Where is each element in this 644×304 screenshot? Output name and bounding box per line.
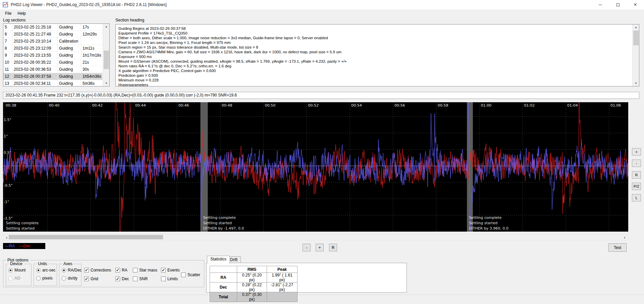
radio-label: pixels — [42, 276, 53, 281]
log-cell-num: 8 — [3, 45, 12, 52]
log-cell-ts: 2023-02-26 00:37:58 — [12, 73, 58, 80]
radio-circle-icon — [62, 276, 66, 281]
log-cell-num: 11 — [3, 66, 12, 73]
menu-help[interactable]: Help — [14, 10, 29, 16]
close-icon: × — [634, 2, 637, 7]
y-tick-label: -1" — [4, 200, 9, 204]
log-list-scrollbar[interactable]: ▲ ▼ — [103, 24, 109, 86]
radio-pixels[interactable]: pixels — [34, 274, 57, 282]
radio-label: arc-sec — [42, 268, 55, 272]
checkbox-label: Corrections — [91, 268, 111, 272]
checkbox-corrections[interactable]: ✓Corrections — [84, 266, 115, 274]
stats-row-total: Total0.37" (0.30 px) — [210, 292, 298, 302]
log-row-8[interactable]: 82023-02-25 23:12:09Guiding1m11s — [3, 45, 102, 52]
log-row-5[interactable]: 52023-02-25 21:25:18Guiding17s — [3, 24, 102, 31]
checkbox-grid[interactable]: ✓Grid — [84, 275, 115, 283]
x-tick-label: 00:54 — [351, 103, 362, 108]
log-cell-num: 12 — [3, 73, 12, 80]
title-bar: PHD2 Log Viewer - PHD2_GuideLog_2023-02-… — [0, 0, 644, 10]
text-view-button[interactable]: Text — [608, 243, 627, 252]
checkbox-dec[interactable]: ✓Dec — [115, 275, 132, 283]
tab-statistics[interactable]: Statistics — [207, 256, 230, 263]
scroll-up-icon[interactable]: ▲ — [633, 24, 639, 30]
section-heading-line: Dither = both axes, Dither scale = 1.000… — [118, 36, 629, 40]
log-row-6[interactable]: 62023-02-25 21:27:48Guiding12m29s — [3, 31, 102, 38]
section-heading-line: Exposure = 500 ms — [118, 54, 629, 59]
minimize-icon — [599, 5, 602, 5]
scrollbar-thumb[interactable] — [9, 235, 163, 239]
scrollbar-thumb[interactable] — [104, 51, 109, 69]
checkbox-label: SNR — [139, 277, 148, 281]
stats-header-blank — [210, 266, 237, 273]
scroll-up-icon[interactable]: ▲ — [103, 24, 110, 29]
log-row-13[interactable]: 132023-02-26 02:34:11Guiding5m36s — [3, 80, 102, 86]
section-heading-line: Prediction gain = 0.500 — [118, 73, 629, 78]
log-cell-type: Guiding — [58, 24, 81, 31]
x-tick-label: 00:40 — [49, 103, 60, 108]
menu-file[interactable]: File — [2, 10, 14, 16]
checkbox-label: RA — [122, 268, 127, 272]
scroll-down-icon[interactable]: ▼ — [103, 80, 110, 86]
log-cell-ts: 2023-02-25 23:12:09 — [12, 45, 58, 52]
checkbox-scatter[interactable]: Scatter — [180, 271, 200, 279]
x-tick-label: 00:46 — [178, 103, 189, 108]
log-cell-dur: 17s — [81, 24, 102, 31]
scroll-right-icon[interactable]: › — [621, 234, 628, 240]
radio-mount[interactable]: Mount — [6, 266, 31, 274]
scrollbar-thumb[interactable] — [633, 31, 639, 45]
checkbox-box-icon: ✓ — [115, 277, 120, 281]
device-label: Device — [9, 261, 24, 266]
checkbox-star-mass[interactable]: Star mass — [132, 266, 160, 274]
checkbox-snr[interactable]: SNR — [132, 275, 160, 283]
log-row-10[interactable]: 102023-02-26 00:35:22Guiding21s — [3, 59, 102, 66]
radio-ao[interactable]: AO — [6, 274, 31, 282]
y-tick-label: 0.5" — [4, 150, 11, 155]
radio-label: Mount — [14, 268, 25, 272]
chart-zoom-in-button[interactable]: + — [632, 148, 641, 156]
vscale-reset-button[interactable]: R — [329, 244, 337, 251]
units-label: Units — [37, 261, 48, 266]
chart-reset-button[interactable]: R — [632, 171, 641, 179]
stats-rms-value: 0.25" (0.20 px) — [237, 273, 267, 283]
x-tick-label: 01:02 — [524, 103, 535, 108]
log-row-9[interactable]: 92023-02-25 23:13:55Guiding1h17m18s — [3, 52, 102, 59]
checkbox-box-icon — [133, 268, 138, 272]
x-tick-label: 00:52 — [308, 103, 319, 108]
plot-checkboxes: ✓Corrections✓RAStar mass✓Events✓Grid✓Dec… — [84, 266, 190, 284]
radio-ra-dec[interactable]: RA/Dec — [59, 266, 81, 274]
checkbox-ra[interactable]: ✓RA — [115, 266, 132, 274]
log-row-7[interactable]: 72023-02-25 23:10:14Calibration — [3, 38, 102, 45]
section-scrollbar[interactable]: ▲ ▼ — [632, 24, 639, 86]
log-cell-dur: 12m29s — [81, 31, 102, 38]
chart-zoom-out-button[interactable]: - — [632, 160, 641, 167]
checkbox-label: Grid — [91, 277, 98, 281]
stats-rms-value: 0.28" (0.22 px) — [237, 283, 267, 292]
guiding-graph[interactable]: 00:3800:4000:4200:4400:4600:4800:5000:52… — [3, 102, 628, 232]
event-annotation: Settling started — [469, 221, 497, 225]
log-cell-dur: 1h17m18s — [81, 52, 102, 59]
radio-dx-dy[interactable]: dx/dy — [59, 274, 81, 282]
log-row-12[interactable]: 122023-02-26 00:37:58Guiding1h54m38s — [3, 73, 102, 80]
scroll-down-icon[interactable]: ▼ — [633, 80, 639, 86]
chart-scrollbar[interactable]: ‹ › — [3, 234, 628, 240]
chart-pan-zoom-button[interactable]: P/Z — [632, 183, 641, 190]
stats-label: Dec — [210, 283, 237, 292]
chart-lock-button[interactable]: L — [632, 194, 641, 201]
radio-circle-icon — [36, 276, 41, 281]
event-annotation: DITHER by -1.497, 0.0 — [203, 226, 244, 231]
section-heading-line: Hyperparameters — [118, 82, 629, 86]
log-cell-num: 13 — [3, 80, 12, 86]
log-cell-ts: 2023-02-26 00:36:53 — [12, 66, 58, 73]
close-button[interactable]: × — [627, 0, 644, 9]
menu-bar: File Help — [0, 10, 644, 17]
log-row-11[interactable]: 112023-02-26 00:36:53Guiding30s — [3, 66, 102, 73]
radio-arc-sec[interactable]: arc-sec — [34, 266, 57, 274]
maximize-button[interactable] — [609, 0, 627, 9]
vscale-zoom-in-button[interactable]: + — [316, 244, 324, 251]
checkbox-box-icon — [133, 277, 138, 281]
log-cell-dur: 1h54m38s — [81, 73, 102, 80]
log-cell-type: Guiding — [58, 80, 81, 86]
radio-circle-icon — [62, 268, 66, 272]
minimize-button[interactable] — [592, 0, 609, 9]
vscale-zoom-out-button[interactable]: - — [303, 244, 311, 251]
